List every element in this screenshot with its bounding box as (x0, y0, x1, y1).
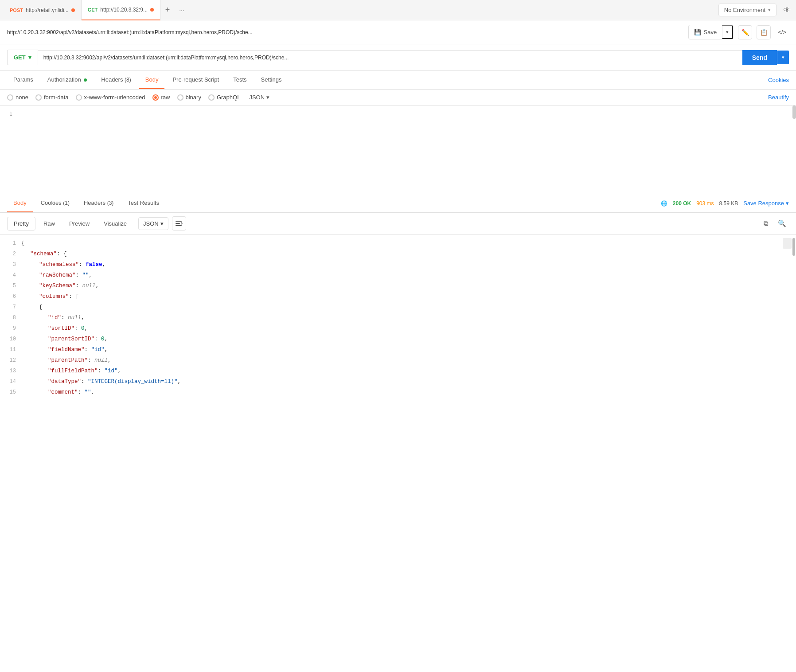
line-content: { (21, 238, 796, 249)
body-type-graphql-label: GraphQL (217, 94, 240, 101)
line-content: "schemaless": false, (21, 259, 796, 270)
json-response-viewer[interactable]: 1{2"schema": {3"schemaless": false,4"raw… (0, 234, 796, 412)
copy-button[interactable]: ⧉ (759, 216, 773, 231)
tab-bar: POST http://retail.ynlidi... GET http://… (0, 0, 796, 20)
tab-body[interactable]: Body (139, 71, 165, 89)
radio-binary (177, 94, 183, 101)
method-label: GET (14, 54, 26, 61)
body-type-urlencoded[interactable]: x-www-form-urlencoded (76, 94, 145, 101)
json-line: 14"dataType": "INTEGER(display_width=11)… (0, 376, 796, 387)
line-content: { (21, 302, 796, 313)
beautify-button[interactable]: Beautify (768, 94, 789, 101)
url-input[interactable] (38, 50, 742, 65)
tab-post-dot (71, 8, 75, 12)
tab-post-method: POST (10, 8, 23, 13)
json-line: 6"columns": [ (0, 291, 796, 302)
tab-get[interactable]: GET http://10.20.3.32:9... (82, 0, 160, 20)
method-chevron-icon: ▾ (28, 54, 31, 61)
tab-settings[interactable]: Settings (255, 71, 288, 89)
editor-scrollbar[interactable] (792, 105, 796, 119)
save-response-chevron-icon: ▾ (786, 200, 789, 207)
json-line: 9"sortID": 0, (0, 323, 796, 334)
response-tab-body[interactable]: Body (7, 194, 33, 212)
line-content: "fullFieldPath": "id", (21, 366, 796, 376)
body-type-none[interactable]: none (7, 94, 28, 101)
json-format-selector[interactable]: JSON ▾ (249, 94, 269, 101)
view-pretty[interactable]: Pretty (7, 217, 35, 231)
line-content: "rawSchema": "", (21, 270, 796, 281)
save-button[interactable]: 💾 Save (689, 26, 722, 39)
json-line: 12"parentPath": null, (0, 355, 796, 366)
cookies-link[interactable]: Cookies (768, 71, 789, 89)
json-line: 15"comment": "", (0, 387, 796, 398)
tab-authorization[interactable]: Authorization (41, 71, 94, 89)
json-line: 2"schema": { (0, 249, 796, 259)
response-size: 8.59 KB (719, 200, 738, 207)
body-type-form-data[interactable]: form-data (35, 94, 69, 101)
response-meta: 🌐 200 OK 903 ms 8.59 KB Save Response ▾ (661, 200, 789, 207)
tab-tests[interactable]: Tests (227, 71, 253, 89)
tab-post[interactable]: POST http://retail.ynlidi... (4, 0, 82, 20)
tab-post-url: http://retail.ynlidi... (26, 7, 69, 13)
line-number: 9 (0, 323, 21, 334)
nav-tabs: Params Authorization Headers (8) Body Pr… (0, 71, 796, 90)
new-tab-button[interactable]: + (160, 0, 175, 20)
save-label: Save (704, 29, 717, 35)
response-format-label: JSON (143, 220, 159, 227)
request-input-row: GET ▾ Send ▾ (0, 44, 796, 71)
send-dropdown-button[interactable]: ▾ (777, 51, 789, 64)
view-preview[interactable]: Preview (63, 217, 96, 230)
body-type-binary-label: binary (186, 94, 201, 101)
view-visualize[interactable]: Visualize (98, 217, 133, 230)
save-dropdown-button[interactable]: ▾ (722, 25, 733, 39)
body-type-form-data-label: form-data (44, 94, 69, 101)
line-number: 13 (0, 366, 21, 376)
line-content: "schema": { (21, 249, 796, 259)
save-icon: 💾 (694, 29, 701, 35)
wrap-icon (176, 221, 183, 226)
response-tab-headers[interactable]: Headers (3) (78, 194, 120, 212)
tab-headers[interactable]: Headers (8) (95, 71, 137, 89)
method-selector[interactable]: GET ▾ (7, 50, 38, 65)
request-body-editor[interactable]: 1 (0, 105, 796, 194)
url-bar: http://10.20.3.32:9002/api/v2/datasets/u… (0, 20, 796, 44)
response-copy-stub[interactable] (783, 238, 792, 249)
line-content: "id": null, (21, 313, 796, 323)
save-response-button[interactable]: Save Response ▾ (743, 200, 789, 207)
environment-selector[interactable]: No Environment ▾ (718, 4, 776, 16)
globe-icon: 🌐 (661, 200, 667, 207)
url-display: http://10.20.3.32:9002/api/v2/datasets/u… (7, 29, 684, 35)
tab-params[interactable]: Params (7, 71, 39, 89)
search-button[interactable]: 🔍 (775, 216, 789, 231)
response-format-selector[interactable]: JSON ▾ (138, 217, 168, 230)
body-type-graphql[interactable]: GraphQL (208, 94, 240, 101)
response-format-chevron-icon: ▾ (160, 220, 164, 227)
eye-icon[interactable]: 👁 (782, 4, 792, 16)
edit-icon-button[interactable]: ✏️ (738, 25, 752, 39)
editor-content[interactable] (18, 109, 796, 190)
line-number: 7 (0, 302, 21, 313)
more-tabs-button[interactable]: ··· (175, 0, 189, 20)
radio-urlencoded (76, 94, 82, 101)
radio-none (7, 94, 13, 101)
line-content: "sortID": 0, (21, 323, 796, 334)
body-type-none-label: none (16, 94, 28, 101)
json-format-label: JSON (249, 94, 265, 101)
response-tab-cookies[interactable]: Cookies (1) (35, 194, 76, 212)
send-button[interactable]: Send (742, 50, 777, 65)
code-button[interactable]: </> (775, 27, 789, 37)
response-tab-test-results[interactable]: Test Results (121, 194, 165, 212)
comment-icon-button[interactable]: 📋 (757, 25, 771, 39)
response-scrollbar[interactable] (792, 238, 795, 256)
tab-get-method: GET (88, 7, 98, 12)
body-type-raw[interactable]: raw (152, 94, 170, 101)
view-raw[interactable]: Raw (37, 217, 61, 230)
body-type-binary[interactable]: binary (177, 94, 201, 101)
tab-get-dot (150, 8, 154, 12)
json-line: 4"rawSchema": "", (0, 270, 796, 281)
body-type-urlencoded-label: x-www-form-urlencoded (84, 94, 145, 101)
tab-pre-request[interactable]: Pre-request Script (166, 71, 225, 89)
json-format-chevron-icon: ▾ (266, 94, 269, 101)
wrap-button[interactable] (172, 216, 186, 231)
save-response-label: Save Response (743, 200, 784, 207)
